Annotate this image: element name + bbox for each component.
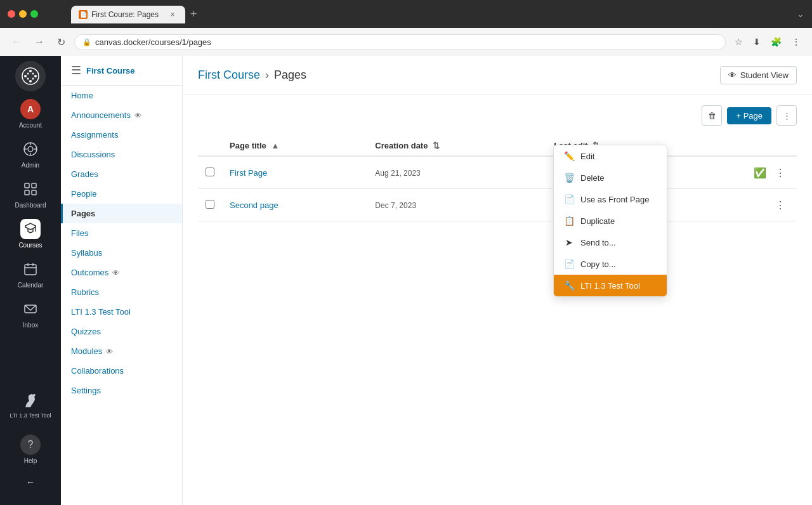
context-menu-delete[interactable]: 🗑️ Delete xyxy=(554,167,667,188)
context-menu-front-page[interactable]: 📄 Use as Front Page xyxy=(554,188,667,210)
row1-actions: ✅ ⋮ xyxy=(691,166,789,180)
sidebar-item-home[interactable]: Home xyxy=(61,86,182,105)
sidebar-item-lti-tool[interactable]: LTI 1.3 Test Tool xyxy=(61,302,182,322)
sidebar-item-assignments[interactable]: Assignments xyxy=(61,125,182,145)
row1-page-link[interactable]: First Page xyxy=(230,168,267,178)
sidebar-item-pages[interactable]: Pages xyxy=(61,204,182,223)
lti-tool-label: LTI 1.3 Test Tool xyxy=(580,281,640,291)
row1-menu-button[interactable]: ⋮ xyxy=(771,166,789,180)
tab-management-icon[interactable]: ⌄ xyxy=(797,9,804,19)
edit-icon: ✏️ xyxy=(564,151,574,161)
sidebar-toggle-button[interactable]: ☰ xyxy=(71,63,81,77)
avatar: A xyxy=(20,99,41,119)
sidebar-item-collaborations[interactable]: Collaborations xyxy=(61,361,182,381)
sidebar-item-discussions[interactable]: Discussions xyxy=(61,145,182,164)
creation-date-sort-icon: ⇅ xyxy=(433,141,440,150)
row2-menu-button[interactable]: ⋮ xyxy=(771,198,789,213)
context-menu-copy-to[interactable]: 📄 Copy to... xyxy=(554,253,667,275)
browser-chrome: 📄 First Course: Pages × + ⌄ ← → ↻ 🔒 canv… xyxy=(0,0,812,56)
sidebar-item-announcements[interactable]: Announcements 👁 xyxy=(61,105,182,125)
active-tab[interactable]: 📄 First Course: Pages × xyxy=(71,6,185,23)
close-traffic-light[interactable] xyxy=(8,10,15,18)
svg-point-8 xyxy=(27,78,29,80)
delete-label: Delete xyxy=(580,173,605,183)
sidebar-item-files[interactable]: Files xyxy=(61,223,182,243)
download-button[interactable]: ⬇ xyxy=(749,34,764,49)
creation-date-label: Creation date xyxy=(375,141,428,150)
creation-date-col[interactable]: Creation date ⇅ xyxy=(367,136,546,156)
sidebar-item-admin[interactable]: Admin xyxy=(5,134,56,174)
delete-button[interactable]: 🗑 xyxy=(702,105,722,126)
new-tab-button[interactable]: + xyxy=(185,5,202,23)
announcements-visibility-icon: 👁 xyxy=(134,112,141,119)
add-page-label: + Page xyxy=(736,111,763,121)
sidebar-item-calendar[interactable]: Calendar xyxy=(5,254,56,294)
page-title-label: Page title xyxy=(230,141,266,150)
collapse-icon: ← xyxy=(26,477,35,487)
row1-published-icon: ✅ xyxy=(754,167,766,179)
context-menu-edit[interactable]: ✏️ Edit xyxy=(554,145,667,167)
reload-button[interactable]: ↻ xyxy=(53,34,69,51)
add-page-button[interactable]: + Page xyxy=(727,107,771,124)
duplicate-icon: 📋 xyxy=(564,216,574,226)
sidebar-item-lti[interactable]: LTI 1.3 Test Tool xyxy=(5,384,56,424)
course-sidebar-header: ☰ First Course xyxy=(61,56,182,86)
svg-rect-20 xyxy=(25,265,36,275)
tab-close-button[interactable]: × xyxy=(167,10,178,20)
student-view-button[interactable]: 👁 Student View xyxy=(720,66,797,84)
context-menu-duplicate[interactable]: 📋 Duplicate xyxy=(554,210,667,232)
sidebar-item-inbox[interactable]: Inbox xyxy=(5,294,56,334)
main-content: First Course › Pages 👁 Student View 🗑 + … xyxy=(183,56,812,505)
page-title-col[interactable]: Page title ▲ xyxy=(222,136,367,156)
sidebar-item-courses[interactable]: Courses xyxy=(5,214,56,254)
sidebar-item-quizzes[interactable]: Quizzes xyxy=(61,322,182,341)
sidebar-item-people[interactable]: People xyxy=(61,184,182,204)
row1-checkbox[interactable] xyxy=(206,167,214,176)
sidebar-item-modules[interactable]: Modules 👁 xyxy=(61,341,182,361)
settings-menu-button[interactable]: ⋮ xyxy=(788,34,804,49)
edit-label: Edit xyxy=(580,152,594,161)
address-text: canvas.docker/courses/1/pages xyxy=(95,37,211,47)
more-options-button[interactable]: ⋮ xyxy=(776,105,797,126)
context-menu: ✏️ Edit 🗑️ Delete 📄 Use as Front Page 📋 … xyxy=(553,145,667,297)
student-view-icon: 👁 xyxy=(728,70,737,80)
sidebar-item-outcomes[interactable]: Outcomes 👁 xyxy=(61,263,182,282)
bookmark-button[interactable]: ☆ xyxy=(731,34,747,49)
svg-rect-15 xyxy=(25,183,29,188)
browser-titlebar: 📄 First Course: Pages × + ⌄ xyxy=(0,0,812,28)
back-button[interactable]: ← xyxy=(8,34,25,50)
help-label: Help xyxy=(24,457,37,464)
tab-favicon: 📄 xyxy=(79,10,88,19)
extensions-button[interactable]: 🧩 xyxy=(767,34,785,49)
context-menu-send-to[interactable]: ➤ Send to... xyxy=(554,232,667,253)
breadcrumb-course-link[interactable]: First Course xyxy=(198,69,260,82)
sidebar-item-settings[interactable]: Settings xyxy=(61,381,182,400)
lti-tool-icon: 🔧 xyxy=(564,280,574,291)
sidebar-item-help[interactable]: ? Help xyxy=(5,430,56,469)
dashboard-icon xyxy=(20,179,41,199)
pages-content: 🗑 + Page ⋮ Page title ▲ xyxy=(183,95,812,232)
sidebar-item-syllabus[interactable]: Syllabus xyxy=(61,243,182,263)
sidebar-item-account[interactable]: A Account xyxy=(5,94,56,134)
row2-checkbox[interactable] xyxy=(206,200,214,209)
select-all-col xyxy=(198,136,222,156)
sidebar-item-rubrics[interactable]: Rubrics xyxy=(61,282,182,302)
inbox-label: Inbox xyxy=(23,322,38,329)
send-to-icon: ➤ xyxy=(564,237,574,247)
row2-page-link[interactable]: Second page xyxy=(230,200,278,210)
sidebar-item-dashboard[interactable]: Dashboard xyxy=(5,174,56,214)
copy-to-label: Copy to... xyxy=(580,259,616,269)
student-view-label: Student View xyxy=(740,70,789,80)
app-layout: A Account Admin xyxy=(0,56,812,505)
app-logo[interactable] xyxy=(15,61,46,91)
minimize-traffic-light[interactable] xyxy=(19,10,27,18)
context-menu-lti-tool[interactable]: 🔧 LTI 1.3 Test Tool xyxy=(554,275,667,296)
course-title-link[interactable]: First Course xyxy=(86,66,135,75)
svg-point-5 xyxy=(27,73,29,75)
maximize-traffic-light[interactable] xyxy=(30,10,38,18)
collapse-nav-button[interactable]: ← xyxy=(20,472,41,492)
sidebar-item-grades[interactable]: Grades xyxy=(61,164,182,184)
forward-button[interactable]: → xyxy=(30,34,48,50)
address-bar[interactable]: 🔒 canvas.docker/courses/1/pages xyxy=(74,34,726,50)
account-icon: A xyxy=(20,99,41,119)
